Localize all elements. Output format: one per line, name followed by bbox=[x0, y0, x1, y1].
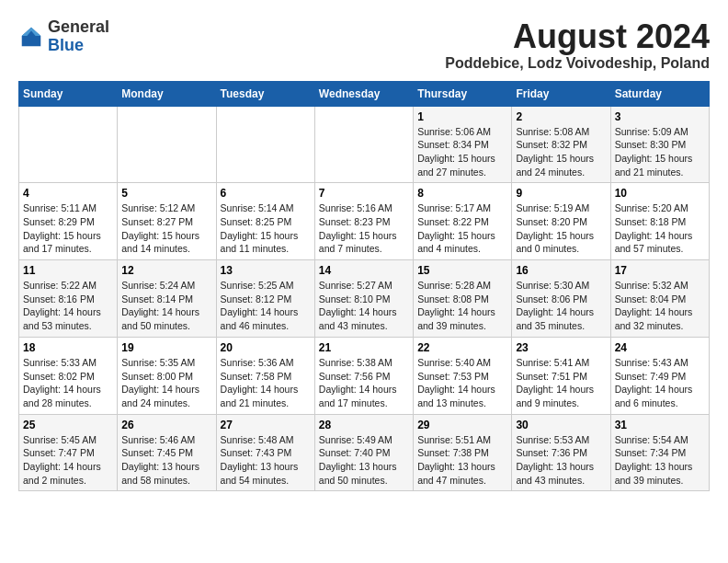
day-content: Sunrise: 5:20 AM Sunset: 8:18 PM Dayligh… bbox=[615, 201, 705, 256]
calendar-cell bbox=[118, 106, 216, 183]
day-content: Sunrise: 5:25 AM Sunset: 8:12 PM Dayligh… bbox=[221, 279, 311, 333]
day-content: Sunrise: 5:53 AM Sunset: 7:36 PM Dayligh… bbox=[516, 433, 606, 488]
calendar-table: SundayMondayTuesdayWednesdayThursdayFrid… bbox=[18, 81, 710, 492]
day-number: 10 bbox=[615, 187, 705, 200]
calendar-cell: 23Sunrise: 5:41 AM Sunset: 7:51 PM Dayli… bbox=[512, 337, 610, 414]
calendar-cell: 16Sunrise: 5:30 AM Sunset: 8:06 PM Dayli… bbox=[512, 260, 610, 338]
day-number: 26 bbox=[121, 419, 211, 431]
day-content: Sunrise: 5:36 AM Sunset: 7:58 PM Dayligh… bbox=[221, 356, 311, 410]
day-number: 11 bbox=[23, 264, 113, 277]
weekday-header-wednesday: Wednesday bbox=[314, 81, 413, 106]
day-number: 27 bbox=[221, 419, 311, 431]
day-number: 19 bbox=[121, 341, 211, 354]
day-content: Sunrise: 5:41 AM Sunset: 7:51 PM Dayligh… bbox=[516, 356, 606, 410]
day-content: Sunrise: 5:12 AM Sunset: 8:27 PM Dayligh… bbox=[121, 201, 211, 256]
day-content: Sunrise: 5:51 AM Sunset: 7:38 PM Dayligh… bbox=[417, 433, 507, 488]
week-row-5: 25Sunrise: 5:45 AM Sunset: 7:47 PM Dayli… bbox=[19, 414, 710, 491]
day-number: 3 bbox=[615, 110, 705, 123]
logo-icon bbox=[18, 24, 44, 50]
day-number: 31 bbox=[615, 419, 705, 431]
calendar-cell: 31Sunrise: 5:54 AM Sunset: 7:34 PM Dayli… bbox=[610, 414, 709, 491]
day-content: Sunrise: 5:14 AM Sunset: 8:25 PM Dayligh… bbox=[221, 201, 311, 256]
day-number: 28 bbox=[319, 419, 409, 431]
day-content: Sunrise: 5:27 AM Sunset: 8:10 PM Dayligh… bbox=[319, 279, 409, 333]
calendar-cell: 26Sunrise: 5:46 AM Sunset: 7:45 PM Dayli… bbox=[118, 414, 216, 491]
day-number: 30 bbox=[516, 419, 606, 431]
weekday-header-tuesday: Tuesday bbox=[216, 81, 314, 106]
calendar-cell: 5Sunrise: 5:12 AM Sunset: 8:27 PM Daylig… bbox=[118, 183, 216, 260]
calendar-cell: 17Sunrise: 5:32 AM Sunset: 8:04 PM Dayli… bbox=[610, 260, 709, 338]
calendar-body: 1Sunrise: 5:06 AM Sunset: 8:34 PM Daylig… bbox=[19, 106, 710, 491]
day-content: Sunrise: 5:40 AM Sunset: 7:53 PM Dayligh… bbox=[417, 356, 507, 410]
calendar-cell: 20Sunrise: 5:36 AM Sunset: 7:58 PM Dayli… bbox=[216, 337, 314, 414]
calendar-cell bbox=[19, 106, 118, 183]
weekday-header-row: SundayMondayTuesdayWednesdayThursdayFrid… bbox=[19, 81, 710, 106]
day-number: 15 bbox=[417, 264, 507, 277]
day-number: 1 bbox=[417, 110, 507, 123]
day-number: 17 bbox=[615, 264, 705, 277]
calendar-cell: 4Sunrise: 5:11 AM Sunset: 8:29 PM Daylig… bbox=[19, 183, 118, 260]
day-number: 20 bbox=[221, 341, 311, 354]
header: General Blue August 2024 Poddebice, Lodz… bbox=[18, 18, 710, 72]
calendar-cell: 13Sunrise: 5:25 AM Sunset: 8:12 PM Dayli… bbox=[216, 260, 314, 338]
day-number: 13 bbox=[221, 264, 311, 277]
day-content: Sunrise: 5:30 AM Sunset: 8:06 PM Dayligh… bbox=[516, 279, 606, 333]
day-number: 29 bbox=[417, 419, 507, 431]
calendar-cell: 25Sunrise: 5:45 AM Sunset: 7:47 PM Dayli… bbox=[19, 414, 118, 491]
week-row-2: 4Sunrise: 5:11 AM Sunset: 8:29 PM Daylig… bbox=[19, 183, 710, 260]
day-content: Sunrise: 5:09 AM Sunset: 8:30 PM Dayligh… bbox=[615, 125, 705, 179]
weekday-header-friday: Friday bbox=[512, 81, 610, 106]
day-number: 14 bbox=[319, 264, 409, 277]
day-content: Sunrise: 5:22 AM Sunset: 8:16 PM Dayligh… bbox=[23, 279, 113, 333]
calendar-cell: 30Sunrise: 5:53 AM Sunset: 7:36 PM Dayli… bbox=[512, 414, 610, 491]
calendar-cell: 8Sunrise: 5:17 AM Sunset: 8:22 PM Daylig… bbox=[414, 183, 512, 260]
day-content: Sunrise: 5:24 AM Sunset: 8:14 PM Dayligh… bbox=[121, 279, 211, 333]
day-number: 25 bbox=[23, 419, 113, 431]
location: Poddebice, Lodz Voivodeship, Poland bbox=[445, 55, 710, 72]
weekday-header-thursday: Thursday bbox=[414, 81, 512, 106]
day-number: 12 bbox=[121, 264, 211, 277]
calendar-cell bbox=[314, 106, 413, 183]
day-number: 2 bbox=[516, 110, 606, 123]
day-content: Sunrise: 5:49 AM Sunset: 7:40 PM Dayligh… bbox=[319, 433, 409, 488]
calendar-cell: 6Sunrise: 5:14 AM Sunset: 8:25 PM Daylig… bbox=[216, 183, 314, 260]
day-content: Sunrise: 5:33 AM Sunset: 8:02 PM Dayligh… bbox=[23, 356, 113, 410]
day-content: Sunrise: 5:38 AM Sunset: 7:56 PM Dayligh… bbox=[319, 356, 409, 410]
calendar-cell: 27Sunrise: 5:48 AM Sunset: 7:43 PM Dayli… bbox=[216, 414, 314, 491]
title-area: August 2024 Poddebice, Lodz Voivodeship,… bbox=[445, 18, 710, 72]
day-number: 18 bbox=[23, 341, 113, 354]
day-number: 6 bbox=[221, 187, 311, 200]
calendar-cell: 21Sunrise: 5:38 AM Sunset: 7:56 PM Dayli… bbox=[314, 337, 413, 414]
calendar-cell bbox=[216, 106, 314, 183]
logo-text: General Blue bbox=[48, 18, 109, 55]
calendar-cell: 22Sunrise: 5:40 AM Sunset: 7:53 PM Dayli… bbox=[414, 337, 512, 414]
calendar-cell: 18Sunrise: 5:33 AM Sunset: 8:02 PM Dayli… bbox=[19, 337, 118, 414]
day-number: 16 bbox=[516, 264, 606, 277]
week-row-1: 1Sunrise: 5:06 AM Sunset: 8:34 PM Daylig… bbox=[19, 106, 710, 183]
logo-general: General bbox=[48, 17, 109, 36]
day-number: 4 bbox=[23, 187, 113, 200]
calendar-cell: 9Sunrise: 5:19 AM Sunset: 8:20 PM Daylig… bbox=[512, 183, 610, 260]
day-number: 9 bbox=[516, 187, 606, 200]
day-content: Sunrise: 5:16 AM Sunset: 8:23 PM Dayligh… bbox=[319, 201, 409, 256]
calendar-cell: 28Sunrise: 5:49 AM Sunset: 7:40 PM Dayli… bbox=[314, 414, 413, 491]
day-content: Sunrise: 5:54 AM Sunset: 7:34 PM Dayligh… bbox=[615, 433, 705, 488]
calendar-cell: 12Sunrise: 5:24 AM Sunset: 8:14 PM Dayli… bbox=[118, 260, 216, 338]
calendar-cell: 19Sunrise: 5:35 AM Sunset: 8:00 PM Dayli… bbox=[118, 337, 216, 414]
day-content: Sunrise: 5:45 AM Sunset: 7:47 PM Dayligh… bbox=[23, 433, 113, 488]
day-content: Sunrise: 5:46 AM Sunset: 7:45 PM Dayligh… bbox=[121, 433, 211, 488]
weekday-header-sunday: Sunday bbox=[19, 81, 118, 106]
day-number: 24 bbox=[615, 341, 705, 354]
calendar-cell: 29Sunrise: 5:51 AM Sunset: 7:38 PM Dayli… bbox=[414, 414, 512, 491]
calendar-cell: 24Sunrise: 5:43 AM Sunset: 7:49 PM Dayli… bbox=[610, 337, 709, 414]
day-number: 7 bbox=[319, 187, 409, 200]
calendar-cell: 11Sunrise: 5:22 AM Sunset: 8:16 PM Dayli… bbox=[19, 260, 118, 338]
month-year: August 2024 bbox=[445, 18, 710, 55]
calendar-cell: 15Sunrise: 5:28 AM Sunset: 8:08 PM Dayli… bbox=[414, 260, 512, 338]
day-content: Sunrise: 5:35 AM Sunset: 8:00 PM Dayligh… bbox=[121, 356, 211, 410]
weekday-header-monday: Monday bbox=[118, 81, 216, 106]
day-number: 5 bbox=[121, 187, 211, 200]
weekday-header-saturday: Saturday bbox=[610, 81, 709, 106]
day-number: 21 bbox=[319, 341, 409, 354]
day-content: Sunrise: 5:11 AM Sunset: 8:29 PM Dayligh… bbox=[23, 201, 113, 256]
